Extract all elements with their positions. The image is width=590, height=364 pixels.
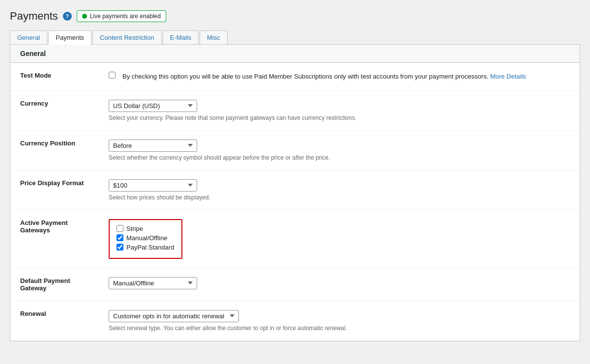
tab-misc[interactable]: Misc [200,30,228,44]
default-gateway-select[interactable]: Manual/Offline PayPal Standard Stripe [109,277,197,289]
gateway-paypal-row: PayPal Standard [117,244,175,251]
default-gateway-row: Default Payment Gateway Manual/Offline P… [10,268,580,301]
test-mode-input-row: By checking this option you will be able… [109,72,570,82]
page-wrapper: Payments ? Live payments are enabled Gen… [0,0,590,364]
active-gateways-control: Stripe Manual/Offline PayPal Standard [99,210,580,268]
default-gateway-label: Default Payment Gateway [10,268,99,301]
currency-label: Currency [10,90,99,130]
test-mode-checkbox[interactable] [109,72,116,79]
price-display-format-select[interactable]: $100 $ 100 100$ 100 $ [109,179,197,192]
test-mode-control: By checking this option you will be able… [99,63,580,90]
renewal-control: Customer opts in for automatic renewal F… [99,301,580,340]
live-dot [82,14,87,19]
gateway-stripe-label: Stripe [126,225,143,232]
default-gateway-control: Manual/Offline PayPal Standard Stripe [99,268,580,301]
live-badge-text: Live payments are enabled [90,13,161,20]
tab-content-restriction[interactable]: Content Restriction [92,30,162,44]
active-gateways-box: Stripe Manual/Offline PayPal Standard [109,219,182,259]
renewal-help-text: Select renewal type. You can either allo… [109,325,570,332]
currency-row: Currency US Dollar (USD) Euro (EUR) Brit… [10,90,580,130]
price-display-format-label: Price Display Format [10,170,99,210]
content-area: General Test Mode By checking this optio… [10,45,580,341]
tab-emails[interactable]: E-Mails [163,30,199,44]
renewal-label: Renewal [10,301,99,340]
currency-position-label: Currency Position [10,130,99,170]
active-gateways-row: Active Payment Gateways Stripe Manual/Of… [10,210,580,268]
renewal-row: Renewal Customer opts in for automatic r… [10,301,580,340]
page-title: Payments [10,10,58,23]
gateway-manual-row: Manual/Offline [117,234,175,242]
price-display-format-row: Price Display Format $100 $ 100 100$ 100… [10,170,580,210]
gateway-stripe-row: Stripe [117,225,175,232]
currency-position-control: Before After Select whether the currency… [99,130,580,170]
currency-position-select[interactable]: Before After [109,140,197,152]
tab-payments[interactable]: Payments [48,30,91,45]
test-mode-more-details-link[interactable]: More Details [490,73,526,80]
tab-general[interactable]: General [10,30,47,44]
section-header-general: General [10,45,580,63]
test-mode-row: Test Mode By checking this option you wi… [10,63,580,90]
live-payments-badge: Live payments are enabled [77,10,166,22]
nav-tabs: General Payments Content Restriction E-M… [10,30,580,45]
currency-position-row: Currency Position Before After Select wh… [10,130,580,170]
help-icon[interactable]: ? [63,12,72,21]
currency-position-help-text: Select whether the currency symbol shoul… [109,154,570,161]
active-gateways-label: Active Payment Gateways [10,210,99,268]
page-header: Payments ? Live payments are enabled [10,10,580,23]
gateway-manual-label: Manual/Offline [126,234,168,242]
test-mode-description: By checking this option you will be able… [122,72,526,82]
currency-control: US Dollar (USD) Euro (EUR) British Pound… [99,90,580,130]
currency-help-text: Select your currency. Please note that s… [109,114,570,121]
settings-table: Test Mode By checking this option you wi… [10,63,580,341]
gateway-paypal-checkbox[interactable] [117,244,123,251]
price-display-format-control: $100 $ 100 100$ 100 $ Select how prices … [99,170,580,210]
test-mode-label: Test Mode [10,63,99,90]
gateway-paypal-label: PayPal Standard [126,244,175,251]
gateway-manual-checkbox[interactable] [117,234,123,241]
currency-select[interactable]: US Dollar (USD) Euro (EUR) British Pound… [109,100,197,112]
renewal-select[interactable]: Customer opts in for automatic renewal F… [109,310,239,322]
gateway-stripe-checkbox[interactable] [117,225,123,232]
price-display-format-help-text: Select how prices should be displayed. [109,194,570,201]
